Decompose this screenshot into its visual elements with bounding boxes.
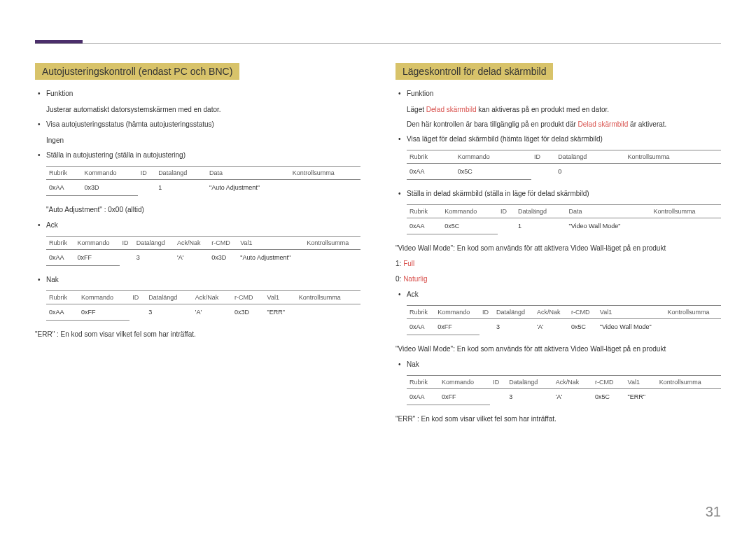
- bullet-visa-r: Visa läget för delad skärmbild (hämta lä…: [407, 134, 721, 144]
- td: 'A': [174, 250, 209, 266]
- th: Kommando: [435, 306, 479, 319]
- funktion-desc-r2: Den här kontrollen är bara tillgänglig p…: [396, 119, 721, 129]
- th: ID: [498, 205, 515, 218]
- right-column: Lägeskontroll för delad skärmbild Funkti…: [396, 63, 721, 429]
- err-note-left: "ERR" : En kod som visar vilket fel som …: [35, 329, 360, 340]
- td: 0: [555, 164, 624, 180]
- td: 'A': [534, 319, 568, 335]
- th: Datalängd: [506, 376, 552, 389]
- td: 3: [134, 250, 174, 266]
- page-number: 31: [706, 504, 721, 520]
- th: Data: [206, 167, 290, 180]
- td: "Auto Adjustment": [237, 250, 304, 266]
- td: [479, 319, 493, 335]
- td: "ERR": [265, 304, 296, 321]
- th: Kontrollsumma: [665, 306, 721, 319]
- td: "Video Wall Mode": [597, 319, 665, 335]
- th: Kommando: [439, 376, 490, 389]
- opt-1: 1: Full: [396, 258, 721, 269]
- th: Kommando: [78, 291, 130, 304]
- right-table-4: Rubrik Kommando ID Datalängd Ack/Nak r-C…: [407, 375, 721, 405]
- td: 1: [515, 218, 566, 234]
- td: 0xFF: [435, 319, 479, 335]
- th: Datalängd: [155, 167, 206, 180]
- td: 0xFF: [78, 304, 130, 321]
- th: Datalängd: [555, 150, 624, 164]
- bullet-ack: Ack: [46, 220, 360, 230]
- th: r-CMD: [209, 237, 237, 250]
- vwm-note2: "Video Wall Mode": En kod som används fö…: [396, 344, 721, 355]
- th: Ack/Nak: [174, 237, 209, 250]
- td: 0x3D: [82, 180, 138, 196]
- th: ID: [531, 150, 555, 164]
- txt: Den här kontrollen är bara tillgänglig p…: [407, 120, 578, 128]
- td: [651, 218, 722, 234]
- th: Data: [566, 205, 651, 218]
- th: Rubrik: [407, 306, 435, 319]
- funktion-desc-r1: Läget Delad skärmbild kan aktiveras på e…: [396, 104, 721, 115]
- td: [304, 250, 360, 266]
- td: 0xAA: [407, 164, 455, 180]
- th: Ack/Nak: [534, 306, 568, 319]
- bullet-funktion-r: Funktion: [407, 88, 721, 99]
- content-columns: Autojusteringskontroll (endast PC och BN…: [35, 63, 721, 429]
- bullet-stalla-r: Ställa in delad skärmbild (ställa in läg…: [407, 188, 721, 199]
- td: 0x5C: [592, 389, 625, 405]
- th: Val1: [597, 306, 665, 319]
- td: 0xFF: [74, 250, 119, 266]
- td: [498, 218, 515, 234]
- td: 1: [155, 180, 206, 196]
- highlight-text: Naturlig: [403, 275, 427, 283]
- bullet-visa: Visa autojusteringsstatus (hämta autojus…: [46, 119, 360, 129]
- th: Kommando: [455, 150, 531, 164]
- txt: 1:: [396, 260, 403, 267]
- th: Kontrollsumma: [657, 376, 721, 389]
- th: Datalängd: [515, 205, 566, 218]
- left-table-3: Rubrik Kommando ID Datalängd Ack/Nak r-C…: [46, 290, 360, 321]
- bullet-ack-r: Ack: [407, 289, 721, 300]
- right-table-2: Rubrik Kommando ID Datalängd Data Kontro…: [407, 204, 721, 234]
- right-heading: Lägeskontroll för delad skärmbild: [396, 63, 553, 80]
- td: "Auto Adjustment": [206, 180, 290, 196]
- txt: kan aktiveras på en produkt med en dator…: [477, 106, 610, 113]
- td: 0x3D: [232, 304, 265, 321]
- th: Val1: [625, 376, 657, 389]
- td: 'A': [192, 304, 232, 321]
- left-table-2: Rubrik Kommando ID Datalängd Ack/Nak r-C…: [46, 236, 360, 266]
- td: 0xAA: [46, 250, 74, 266]
- highlight-text: Delad skärmbild: [578, 120, 629, 128]
- highlight-text: Delad skärmbild: [426, 106, 477, 113]
- td: 'A': [553, 389, 592, 405]
- th: Kontrollsumma: [296, 291, 360, 304]
- auto-adj-note: "Auto Adjustment" : 0x00 (alltid): [35, 204, 360, 216]
- th: Ack/Nak: [553, 376, 592, 389]
- th: Kontrollsumma: [624, 150, 721, 164]
- th: Kommando: [74, 237, 119, 250]
- td: [120, 250, 134, 266]
- td: 0xAA: [46, 304, 78, 321]
- left-table-1: Rubrik Kommando ID Datalängd Data Kontro…: [46, 166, 360, 196]
- td: [657, 389, 721, 405]
- td: 3: [146, 304, 192, 321]
- th: Val1: [265, 291, 296, 304]
- td: [624, 164, 721, 180]
- td: [130, 304, 146, 321]
- left-column: Autojusteringskontroll (endast PC och BN…: [35, 63, 360, 429]
- td: 0xAA: [407, 218, 442, 234]
- th: r-CMD: [568, 306, 597, 319]
- th: Val1: [237, 237, 304, 250]
- txt: är aktiverat.: [628, 120, 666, 128]
- td: [490, 389, 506, 405]
- visa-desc: Ingen: [35, 135, 360, 146]
- td: "Video Wall Mode": [566, 218, 651, 234]
- th: r-CMD: [232, 291, 265, 304]
- vwm-note1: "Video Wall Mode": En kod som används fö…: [396, 243, 721, 254]
- right-table-3: Rubrik Kommando ID Datalängd Ack/Nak r-C…: [407, 305, 721, 335]
- th: Kontrollsumma: [651, 205, 722, 218]
- th: Datalängd: [493, 306, 534, 319]
- td: 3: [493, 319, 534, 335]
- th: ID: [130, 291, 146, 304]
- th: ID: [120, 237, 134, 250]
- td: 0x5C: [455, 164, 531, 180]
- td: [138, 180, 155, 196]
